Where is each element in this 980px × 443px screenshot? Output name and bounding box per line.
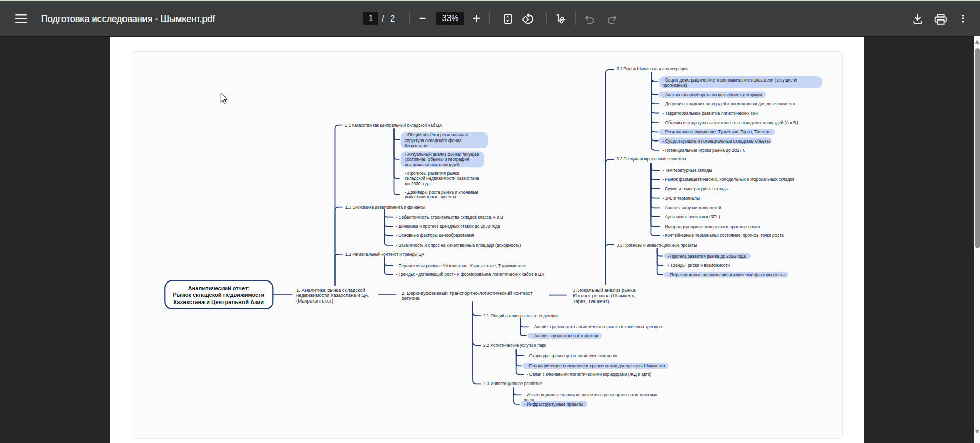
svg-text:2.2 Логистические услуги и пар: 2.2 Логистические услуги и парк (483, 343, 546, 348)
svg-text:- Аутсорсинг логистики (3PL): - Аутсорсинг логистики (3PL) (662, 214, 720, 219)
svg-text:- Потенциальные игроки рынка д: - Потенциальные игроки рынка до 2027 г. (663, 148, 745, 153)
svg-text:Тараз, Ташкент): Тараз, Ташкент) (573, 298, 609, 304)
svg-text:- Температурные склады: - Температурные склады (662, 168, 712, 173)
svg-text:- Анализ товарооборота по ключ: - Анализ товарооборота по ключевым катег… (663, 92, 762, 97)
svg-text:- Перспективные направления и: - Перспективные направления и ключевые ф… (668, 272, 785, 277)
svg-text:2. Верхнеуровневый транспортно: 2. Верхнеуровневый транспортно-логистиче… (401, 290, 533, 296)
svg-text:до 2030 года: до 2030 года (405, 181, 431, 186)
svg-text:3.3 Прогнозы и инвестиционные: 3.3 Прогнозы и инвестиционные проекты (617, 243, 697, 248)
svg-text:Казахстана и Центральной Азии: Казахстана и Центральной Азии (173, 299, 264, 305)
svg-text:- Инвестиционные планы по разв: - Инвестиционные планы по развитию транс… (524, 392, 657, 397)
svg-text:прогнозные): прогнозные) (663, 83, 687, 88)
svg-text:региона: региона (401, 295, 420, 301)
svg-text:- Тренды: «догоняющий рост» и: - Тренды: «догоняющий рост» и формирован… (396, 272, 544, 277)
svg-text:3. Локальный анализ рынка: 3. Локальный анализ рынка (573, 287, 636, 293)
svg-text:- Структура транспортно-логист: - Структура транспортно-логистических ус… (527, 353, 618, 358)
svg-text:1.2 Региональный контекст и тр: 1.2 Региональный контекст и тренды ЦА (345, 252, 425, 257)
svg-text:- Вакантность и спрос на качес: - Вакантность и спрос на качественные пл… (396, 243, 521, 248)
svg-text:- 3PL и терминалы: - 3PL и терминалы (662, 196, 700, 201)
svg-text:недвижимости Казахстана и ЦА: недвижимости Казахстана и ЦА (296, 292, 369, 298)
svg-text:- Анализ грузопотоков и торгов: - Анализ грузопотоков и торговли (532, 333, 598, 338)
svg-text:- Актуальный анализ рынка: тек: - Актуальный анализ рынка: текущее (405, 152, 479, 157)
svg-text:- Географическое положение и т: - Географическое положение и транспортна… (527, 363, 665, 368)
svg-text:- Прогнозы развития рынка: - Прогнозы развития рынка (405, 171, 460, 176)
svg-text:3.1 Рынок Шымкента и агломерац: 3.1 Рынок Шымкента и агломерации (617, 67, 688, 71)
svg-text:- Анализ загрузки мощностей: - Анализ загрузки мощностей (662, 205, 721, 210)
svg-text:1.3 Экономика девелопмента и ф: 1.3 Экономика девелопмента и финансы (345, 205, 425, 210)
svg-text:- Контейнерные терминалы: сост: - Контейнерные терминалы: состояние, про… (662, 233, 784, 238)
svg-text:структура складского фонда: структура складского фонда (405, 138, 462, 143)
svg-text:состояние, объёмы и география: состояние, объёмы и география (405, 157, 469, 162)
svg-text:- Тренды, риски и возможности: - Тренды, риски и возможности (668, 263, 730, 268)
svg-text:- Общий объём и региональная: - Общий объём и региональная (405, 132, 468, 137)
svg-text:- Объемы и структура высококла: - Объемы и структура высококлассных скла… (663, 120, 798, 125)
svg-text:Аналитический отчет:: Аналитический отчет: (188, 285, 250, 291)
svg-text:- Региональное окружение: Турк: - Региональное окружение: Туркестан, Тар… (663, 129, 771, 134)
svg-text:- Перспективы рынка в Узбекист: - Перспективы рынка в Узбекистане, Кыргы… (396, 263, 526, 268)
svg-text:(Макроконтекст): (Макроконтекст) (296, 298, 333, 304)
svg-text:Казахстана: Казахстана (405, 143, 427, 148)
svg-text:Южного региона (Шымкент,: Южного региона (Шымкент, (573, 293, 635, 298)
svg-text:2.1 Общий анализ рынка и тенде: 2.1 Общий анализ рынка и тенденции (483, 314, 558, 318)
svg-text:2.3 Инвестиционное развитие: 2.3 Инвестиционное развитие (483, 381, 542, 386)
svg-text:- Дефицит складских площадей и: - Дефицит складских площадей и возможнос… (663, 101, 795, 106)
svg-text:- Инфраструктурные проекты: - Инфраструктурные проекты (524, 401, 583, 407)
svg-text:1. Аналитика рынка складской: 1. Аналитика рынка складской (296, 287, 365, 293)
svg-text:1.1 Казахстан как центральный: 1.1 Казахстан как центральный складской … (345, 123, 442, 128)
svg-text:высококлассных площадей: высококлассных площадей (405, 162, 460, 167)
svg-text:3.2 Специализированные сегмент: 3.2 Специализированные сегменты (617, 157, 686, 162)
svg-text:- Динамика и прогноз арендных: - Динамика и прогноз арендных ставок до … (396, 224, 500, 229)
svg-text:- Себестоимость строительства: - Себестоимость строительства складов кл… (396, 215, 503, 220)
svg-text:- Связи с ключевыми логистичес: - Связи с ключевыми логистическими корид… (527, 372, 652, 377)
svg-text:складской недвижимости Казахст: складской недвижимости Казахстана (405, 176, 479, 181)
svg-text:инвестиционные проекты: инвестиционные проекты (405, 194, 456, 199)
svg-text:- Территориальное развитие лог: - Территориальное развитие логистических… (663, 111, 758, 116)
svg-text:- Драйверы роста рынка и ключе: - Драйверы роста рынка и ключевые (405, 190, 478, 195)
svg-text:- Инфраструктурные мощности и: - Инфраструктурные мощности и прогноз сп… (662, 224, 760, 229)
svg-text:- Основные факторы ценообразов: - Основные факторы ценообразования (396, 233, 474, 238)
svg-text:- Рынок фармацевтических, холо: - Рынок фармацевтических, холодильных и … (662, 177, 795, 182)
svg-text:- Анализ транспортно-логистиче: - Анализ транспортно-логистического рынк… (532, 324, 662, 329)
svg-text:Рынок складской недвижимости: Рынок складской недвижимости (173, 292, 264, 298)
svg-text:- Существующие и потенциальные: - Существующие и потенциальные складские… (663, 138, 772, 144)
svg-text:- Прогноз развития рынка до 20: - Прогноз развития рынка до 2026 года (668, 254, 746, 259)
svg-text:- Сухие и температурные склады: - Сухие и температурные склады (662, 186, 728, 191)
svg-text:- Социо-демографические и экон: - Социо-демографические и экономические … (663, 77, 797, 83)
